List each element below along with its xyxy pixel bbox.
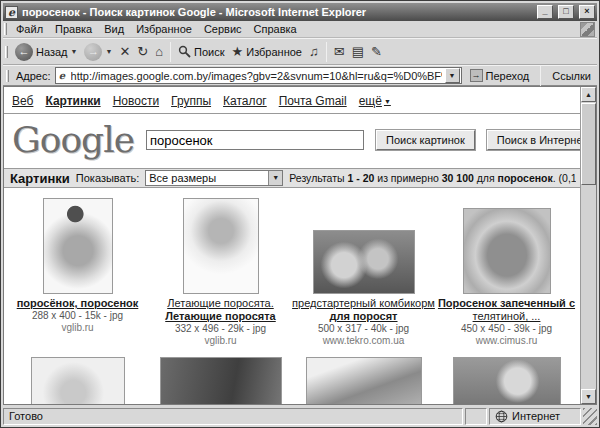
browser-window: e поросенок - Поиск картинок Google - Mi… (0, 0, 600, 428)
size-filter-select[interactable]: Все размеры ▼ (145, 170, 283, 186)
back-label: Назад (36, 46, 68, 58)
forward-dropdown-icon[interactable]: ▼ (105, 48, 112, 55)
thumbnail[interactable] (183, 198, 259, 294)
menu-help[interactable]: Справка (248, 22, 303, 36)
thumbnail[interactable] (160, 357, 282, 404)
address-dropdown-icon[interactable]: ▼ (445, 68, 460, 83)
toolbar-separator (326, 42, 327, 62)
vertical-scrollbar[interactable]: ▲ ▼ (580, 87, 596, 404)
status-bar: Готово Интернет (3, 405, 597, 425)
menu-tools[interactable]: Сервис (198, 22, 248, 36)
forward-button[interactable]: → ▼ (81, 41, 115, 63)
status-ready-label: Готово (9, 410, 43, 422)
nav-gmail-link[interactable]: Почта Gmail (279, 94, 347, 108)
toolbar-grip[interactable] (4, 23, 7, 35)
back-icon: ← (15, 43, 33, 61)
result-meta: 450 x 450 - 39k - jpg (435, 323, 578, 335)
toolbar-grip[interactable] (6, 70, 9, 82)
result-meta: 288 x 400 - 15k - jpg (6, 310, 149, 322)
scroll-up-icon[interactable]: ▲ (581, 87, 596, 102)
toolbar-separator (170, 42, 171, 62)
back-dropdown-icon[interactable]: ▼ (71, 48, 78, 55)
browser-viewport: Веб Картинки Новости Группы Каталог Почт… (3, 86, 597, 405)
results-time: . (0,16 секун (553, 172, 576, 184)
minimize-button[interactable]: _ (537, 5, 553, 19)
go-button[interactable]: → Переход (466, 68, 534, 83)
home-button[interactable]: ⌂ (152, 42, 166, 62)
more-dropdown-icon: ▼ (384, 98, 391, 105)
search-web-button[interactable]: Поиск в Интернете (487, 130, 580, 150)
forward-icon: → (84, 43, 102, 61)
result-title[interactable]: Летающие поросята. (149, 297, 292, 310)
windows-logo-icon (580, 22, 595, 37)
favorites-button[interactable]: ★ Избранное (229, 42, 305, 62)
menu-edit[interactable]: Правка (49, 22, 98, 36)
scroll-down-icon[interactable]: ▼ (581, 389, 596, 404)
result-title[interactable]: для поросят (292, 310, 435, 323)
result-meta: 500 x 317 - 40k - jpg (292, 323, 435, 335)
thumbnail[interactable] (463, 208, 551, 294)
results-total: 30 100 (442, 172, 474, 184)
resize-grip[interactable] (583, 408, 597, 425)
maximize-button[interactable]: □ (558, 5, 574, 19)
nav-news-link[interactable]: Новости (113, 94, 159, 108)
results-text: из примерно (374, 172, 441, 184)
thumbnail[interactable] (313, 230, 415, 294)
address-bar: Адрес: e http://images.google.com.by/ima… (3, 65, 597, 86)
address-url: http://images.google.com.by/images?gbv=2… (71, 70, 442, 82)
scrollbar-thumb[interactable] (581, 103, 596, 185)
ie-icon: e (5, 6, 18, 19)
nav-groups-link[interactable]: Группы (171, 94, 211, 108)
result-title[interactable]: Летающие поросята (149, 310, 292, 323)
address-label: Адрес: (16, 70, 51, 82)
toolbar-grip[interactable] (5, 46, 8, 58)
stop-button[interactable]: ✕ (116, 42, 133, 62)
menu-file[interactable]: Файл (10, 22, 49, 36)
search-area: Google Поиск картинок Поиск в Интернете (4, 114, 580, 168)
thumbnail[interactable] (43, 198, 113, 294)
media-button[interactable]: ♫ (306, 42, 322, 62)
result-title[interactable]: предстартерный комбикорм (292, 297, 435, 310)
thumbnail[interactable] (453, 357, 561, 404)
refresh-icon: ↻ (137, 44, 148, 60)
show-label: Показывать: (76, 172, 139, 184)
scrollbar-track[interactable] (581, 186, 596, 389)
result-title[interactable]: телятиной, ... (435, 310, 578, 323)
search-images-button[interactable]: Поиск картинок (376, 130, 475, 150)
result-title[interactable]: Поросенок запеченный с (435, 297, 578, 310)
title-bar: e поросенок - Поиск картинок Google - Mi… (3, 3, 597, 21)
links-toolbar[interactable]: Ссылки (548, 70, 595, 82)
edit-button[interactable]: ✎ (368, 42, 385, 62)
results-text: для (474, 172, 498, 184)
nav-images-link[interactable]: Картинки (45, 94, 100, 108)
back-button[interactable]: ← Назад ▼ (12, 41, 80, 63)
nav-web-link[interactable]: Веб (12, 94, 33, 108)
select-dropdown-icon: ▼ (268, 171, 282, 185)
results-grid: поросёнок, поросенок 288 x 400 - 15k - j… (4, 188, 580, 347)
search-button[interactable]: Поиск (175, 43, 227, 60)
results-range: 1 - 20 (347, 172, 374, 184)
result-site: vglib.ru (149, 335, 292, 347)
thumbnail[interactable] (31, 357, 125, 404)
address-input[interactable]: e http://images.google.com.by/images?gbv… (55, 67, 462, 84)
close-button[interactable]: × (579, 5, 595, 19)
menu-view[interactable]: Вид (98, 22, 130, 36)
stop-icon: ✕ (119, 44, 130, 60)
web-page: Веб Картинки Новости Группы Каталог Почт… (4, 87, 580, 404)
size-filter-value: Все размеры (146, 172, 268, 184)
favorites-label: Избранное (246, 46, 302, 58)
menu-favorites[interactable]: Избранное (130, 22, 198, 36)
result-item: Поросенок запеченный с телятиной, ... 45… (435, 194, 578, 347)
thumbnail[interactable] (306, 357, 422, 404)
refresh-button[interactable]: ↻ (134, 42, 151, 62)
result-item: предстартерный комбикорм для поросят 500… (292, 194, 435, 347)
search-query-input[interactable] (146, 130, 364, 150)
nav-more-link[interactable]: ещё ▼ (359, 94, 391, 108)
result-title[interactable]: поросёнок, поросенок (6, 297, 149, 310)
status-text: Готово (3, 408, 463, 425)
nav-catalog-link[interactable]: Каталог (223, 94, 267, 108)
mail-button[interactable]: ✉ (331, 42, 348, 62)
go-label: Переход (486, 70, 530, 82)
print-button[interactable]: ▤ (349, 42, 367, 62)
result-site: www.tekro.com.ua (292, 335, 435, 347)
